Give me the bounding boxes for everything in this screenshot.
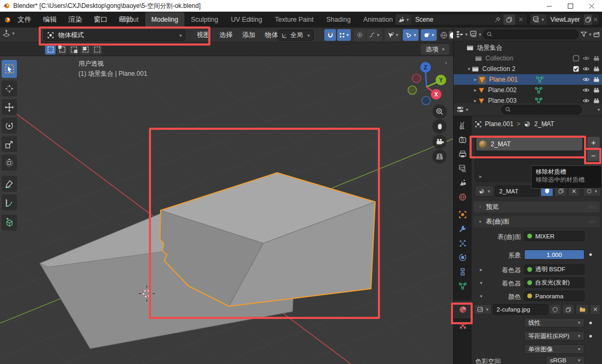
viewlayer-name[interactable]: ViewLayer <box>546 16 585 23</box>
tab-modeling[interactable]: Modeling <box>145 12 185 28</box>
disable-render-icon[interactable] <box>593 76 600 83</box>
surface-shader-field[interactable]: MIXER <box>524 231 585 241</box>
menu-edit[interactable]: 编辑 <box>37 12 63 28</box>
hide-eye-icon[interactable] <box>582 86 590 94</box>
ortho-toggle-button[interactable] <box>432 149 447 164</box>
snap-toggle[interactable] <box>324 29 336 41</box>
outliner-search-input[interactable] <box>483 30 579 39</box>
remove-material-slot-button[interactable]: − <box>587 149 600 162</box>
tab-render[interactable] <box>454 132 472 147</box>
tab-shading[interactable]: Shading <box>320 12 357 28</box>
image-fake-user-toggle[interactable] <box>549 304 561 315</box>
slot-list-expand-arrow[interactable]: ► <box>479 174 483 179</box>
hide-eye-icon[interactable] <box>582 76 590 83</box>
exclude-checkbox[interactable] <box>573 55 579 61</box>
preview-panel-header[interactable]: › 预览 ∷∷ <box>474 201 600 212</box>
shading-wireframe-button[interactable] <box>440 31 448 39</box>
panel-drag-grip[interactable]: ∷∷ <box>589 219 596 225</box>
disable-render-icon[interactable] <box>593 87 600 94</box>
add-material-slot-button[interactable]: + <box>587 136 600 148</box>
material-slot-item[interactable]: 2_MAT <box>476 138 582 150</box>
scene-name[interactable]: Scene <box>411 16 492 23</box>
color-field[interactable]: Panorama <box>524 291 585 301</box>
menu-view[interactable]: 视图 <box>192 28 215 42</box>
viewlayer-browse-button[interactable]: ▾ <box>530 14 546 25</box>
zoom-button[interactable] <box>432 104 447 119</box>
select-mode-extend-button[interactable] <box>57 44 67 55</box>
animate-dot[interactable] <box>589 253 592 256</box>
tool-add-cube[interactable] <box>2 215 17 230</box>
editor-type-button[interactable]: ▾ <box>2 29 15 38</box>
select-mode-invert-button[interactable] <box>80 44 91 55</box>
exclude-checkbox[interactable] <box>573 66 579 72</box>
select-mode-intersect-button[interactable] <box>92 44 102 55</box>
outliner-row-plane001[interactable]: ► Plane.001 <box>454 74 602 85</box>
image-source-dropdown[interactable]: 单张图像 ▾ <box>524 344 585 354</box>
proportional-falloff-dropdown[interactable]: ▾ <box>367 29 382 41</box>
tab-tool[interactable] <box>454 118 472 132</box>
outliner-row-plane002[interactable]: ► Plane.002 <box>454 85 602 95</box>
tool-annotate[interactable] <box>2 176 17 192</box>
disable-render-icon[interactable] <box>593 55 600 62</box>
remove-viewlayer-button[interactable]: ✕ <box>592 14 599 25</box>
animate-dot[interactable] <box>589 322 592 324</box>
select-mode-new-button[interactable] <box>45 44 56 55</box>
properties-options-dropdown[interactable]: ▾ <box>597 107 600 112</box>
outliner-display-mode-button[interactable]: ▾ <box>470 30 482 38</box>
tab-constraints[interactable] <box>454 264 472 279</box>
pan-button[interactable] <box>432 119 447 134</box>
tool-measure[interactable] <box>2 194 17 210</box>
transform-orientation-dropdown[interactable]: 全局 ▾ <box>278 30 314 41</box>
tab-world[interactable] <box>454 190 472 204</box>
expand-arrow[interactable]: ► <box>473 77 478 82</box>
interpolation-dropdown[interactable]: 线性 ▾ <box>524 318 585 327</box>
tab-material[interactable] <box>454 300 472 318</box>
tool-transform[interactable] <box>2 155 17 171</box>
outliner-row-collection[interactable]: Collection <box>454 53 602 64</box>
image-name-field[interactable]: 2-cufang.jpg <box>493 304 548 315</box>
new-scene-copy-button[interactable] <box>503 14 515 25</box>
navigation-gizmo[interactable]: Z Y X <box>402 60 450 109</box>
options-dropdown[interactable]: 选项▾ <box>421 44 449 55</box>
menu-file[interactable]: 文件 <box>12 12 37 28</box>
mode-dropdown[interactable]: 物体模式 ▾ <box>43 30 185 41</box>
browse-image-button[interactable]: ▾ <box>474 304 492 315</box>
tool-move[interactable] <box>2 99 17 115</box>
tab-output[interactable] <box>454 147 472 161</box>
outliner-editor-type-button[interactable]: ▾ <box>456 30 468 38</box>
show-gizmo-dropdown[interactable]: ▾ <box>385 29 401 41</box>
menu-select[interactable]: 选择 <box>215 28 237 42</box>
tab-physics[interactable] <box>454 250 472 264</box>
tab-object[interactable] <box>454 207 472 221</box>
expand-arrow[interactable]: ► <box>473 99 478 103</box>
proportional-editing-toggle[interactable] <box>354 29 366 41</box>
open-image-button[interactable] <box>576 304 589 315</box>
tab-texture[interactable] <box>454 318 472 333</box>
disable-render-icon[interactable] <box>593 66 600 73</box>
camera-view-button[interactable] <box>432 135 447 149</box>
tab-view-layer[interactable] <box>454 161 472 175</box>
tab-layout[interactable]: Layout <box>112 12 145 28</box>
minimize-button[interactable] <box>538 0 560 12</box>
outliner-filter-button[interactable]: ▾ <box>580 31 591 38</box>
pin-icon[interactable] <box>492 14 503 25</box>
properties-search-input[interactable] <box>501 105 582 114</box>
tab-animation[interactable]: Animation <box>357 12 400 28</box>
expand-arrow[interactable]: ▼ <box>466 67 472 72</box>
tool-rotate[interactable] <box>2 118 17 134</box>
shader1-field[interactable]: 透明 BSDF <box>524 264 585 274</box>
tab-particles[interactable] <box>454 236 472 250</box>
scene-browse-button[interactable]: ▾ <box>395 14 411 25</box>
xray-toggle[interactable]: ▾ <box>421 29 437 41</box>
breadcrumb-object[interactable]: Plane.001 <box>485 120 514 128</box>
expand-arrow[interactable]: ► <box>473 88 478 93</box>
show-overlays-dropdown[interactable]: ▾ <box>403 29 419 41</box>
tool-select-box[interactable] <box>2 60 17 78</box>
snap-settings-dropdown[interactable]: ▾ <box>337 29 351 41</box>
pin-id-icon[interactable] <box>542 121 549 128</box>
fac-slider[interactable]: 1.000 <box>524 250 585 260</box>
hide-eye-icon[interactable] <box>582 65 590 73</box>
tool-cursor[interactable] <box>2 81 17 96</box>
tab-scene[interactable] <box>454 175 472 190</box>
tab-uv-editing[interactable]: UV Editing <box>225 12 269 28</box>
